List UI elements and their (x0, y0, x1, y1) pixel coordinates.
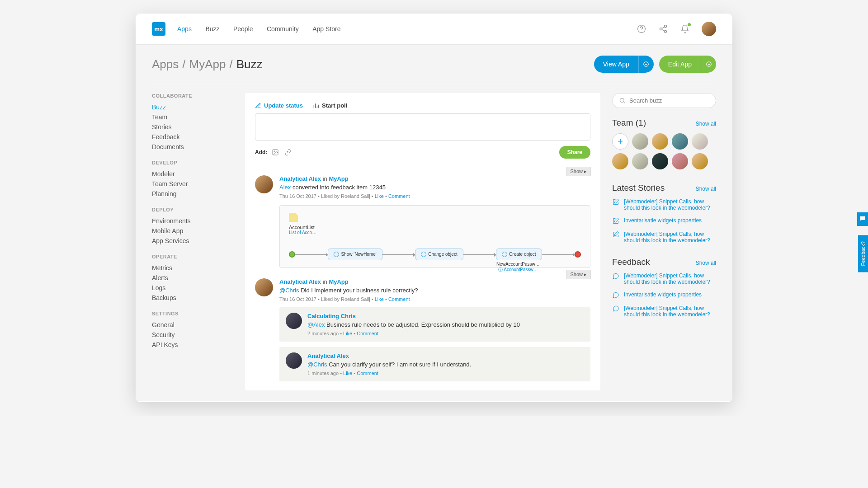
post-author[interactable]: Analytical Alex (279, 278, 321, 285)
comment-avatar[interactable] (286, 352, 302, 369)
feedback-chat-tab[interactable] (857, 212, 868, 226)
start-poll-tab[interactable]: Start poll (313, 102, 347, 109)
microflow-diagram: AccountListList of Acco… Show 'NewHome' … (279, 205, 590, 268)
add-team-member[interactable]: + (612, 133, 628, 150)
show-button[interactable]: Show ▸ (566, 167, 591, 176)
sidebar-item-backups[interactable]: Backups (152, 293, 233, 303)
like-link[interactable]: Like (375, 193, 384, 199)
feedback-showall[interactable]: Show all (696, 260, 716, 266)
team-member[interactable] (632, 153, 648, 169)
team-showall[interactable]: Show all (696, 121, 716, 127)
sidebar-item-logs[interactable]: Logs (152, 283, 233, 293)
comment-link[interactable]: Comment (357, 371, 378, 376)
comment-link[interactable]: Comment (357, 331, 378, 336)
sidebar-item-metrics[interactable]: Metrics (152, 263, 233, 273)
logo[interactable]: mx (152, 22, 165, 36)
post: Show ▸ Analytical Alex in MyApp Alex con… (255, 167, 590, 268)
svg-point-2 (660, 28, 662, 30)
mention[interactable]: @Chris (307, 361, 327, 368)
sidebar-item-planning[interactable]: Planning (152, 189, 233, 199)
team-member[interactable] (632, 133, 648, 150)
comment-link[interactable]: Comment (388, 193, 410, 199)
sidebar-item-app-services[interactable]: App Services (152, 236, 233, 246)
list-item[interactable]: Inventarisatie widgets properties (612, 217, 716, 225)
sidebar-item-team-server[interactable]: Team Server (152, 179, 233, 189)
team-member[interactable] (672, 133, 688, 150)
crumb-app[interactable]: MyApp (189, 57, 226, 71)
crumb-current: Buzz (236, 57, 263, 71)
sidebar-item-buzz[interactable]: Buzz (152, 102, 233, 112)
chat-icon (612, 305, 619, 312)
sidebar-item-feedback[interactable]: Feedback (152, 132, 233, 142)
mention[interactable]: @Chris (279, 287, 299, 294)
mention[interactable]: @Alex (307, 321, 325, 328)
sidebar-item-stories[interactable]: Stories (152, 122, 233, 132)
share-button[interactable]: Share (559, 146, 590, 159)
comment: Analytical Alex @Chris Can you clarify y… (279, 347, 590, 381)
post-avatar[interactable] (255, 175, 273, 193)
main-content: Update status Start poll Add: Share Show… (245, 93, 600, 390)
sidebar-item-team[interactable]: Team (152, 112, 233, 122)
team-member[interactable] (692, 133, 708, 150)
nav-apps[interactable]: Apps (177, 25, 192, 33)
sidebar-item-modeler[interactable]: Modeler (152, 169, 233, 179)
team-member[interactable] (692, 153, 708, 169)
share-icon[interactable] (658, 24, 668, 34)
nav-appstore[interactable]: App Store (312, 25, 340, 33)
comment-author[interactable]: Calculating Chris (307, 313, 356, 319)
sidebar: COLLABORATEBuzzTeamStoriesFeedbackDocume… (152, 93, 233, 390)
stories-showall[interactable]: Show all (696, 186, 716, 192)
sidebar-item-environments[interactable]: Environments (152, 216, 233, 226)
nav-buzz[interactable]: Buzz (205, 25, 219, 33)
comment-avatar[interactable] (286, 313, 302, 329)
post-avatar[interactable] (255, 278, 273, 296)
bell-icon[interactable] (680, 24, 690, 34)
post-app[interactable]: MyApp (329, 278, 348, 285)
image-icon[interactable] (272, 149, 279, 156)
like-link[interactable]: Like (343, 371, 352, 376)
list-item[interactable]: [Webmodeler] Snippet Calls, how should t… (612, 198, 716, 211)
chat-icon (612, 291, 619, 299)
search-box[interactable] (612, 93, 716, 108)
team-member[interactable] (652, 133, 668, 150)
help-icon[interactable] (637, 24, 646, 34)
post-app[interactable]: MyApp (329, 175, 348, 182)
list-item[interactable]: [Webmodeler] Snippet Calls, how should t… (612, 231, 716, 244)
flow-start (289, 251, 295, 258)
comment-link[interactable]: Comment (388, 296, 410, 302)
sidebar-item-documents[interactable]: Documents (152, 142, 233, 152)
sidebar-item-general[interactable]: General (152, 320, 233, 330)
feedback-side-tab[interactable]: Feedback? (858, 235, 868, 272)
view-app-button[interactable]: View App (594, 56, 654, 73)
crumb-apps[interactable]: Apps (152, 57, 179, 71)
team-member[interactable] (672, 153, 688, 169)
flow-node: Show 'NewHome' (328, 249, 382, 260)
list-item[interactable]: Inventarisatie widgets properties (612, 291, 716, 299)
update-status-tab[interactable]: Update status (255, 102, 303, 109)
edit-icon (612, 198, 619, 206)
search-input[interactable] (629, 97, 709, 104)
right-column: Team (1) Show all + (612, 93, 716, 390)
like-link[interactable]: Like (343, 331, 352, 336)
link-icon[interactable] (284, 149, 292, 156)
team-member[interactable] (612, 153, 628, 169)
comment-author[interactable]: Analytical Alex (307, 352, 349, 359)
team-member[interactable] (652, 153, 668, 169)
status-input[interactable] (255, 113, 590, 141)
nav-people[interactable]: People (233, 25, 253, 33)
sidebar-item-security[interactable]: Security (152, 330, 233, 340)
edit-app-button[interactable]: Edit App (659, 56, 716, 73)
sidebar-item-mobile-app[interactable]: Mobile App (152, 226, 233, 236)
chevron-down-icon[interactable] (701, 56, 716, 73)
nav-community[interactable]: Community (267, 25, 299, 33)
post-author[interactable]: Analytical Alex (279, 175, 321, 182)
sidebar-item-alerts[interactable]: Alerts (152, 273, 233, 283)
chevron-down-icon[interactable] (638, 56, 654, 73)
show-button[interactable]: Show ▸ (566, 270, 591, 279)
list-item[interactable]: [Webmodeler] Snippet Calls, how should t… (612, 305, 716, 318)
mention[interactable]: Alex (279, 184, 291, 191)
list-item[interactable]: [Webmodeler] Snippet Calls, how should t… (612, 272, 716, 285)
like-link[interactable]: Like (375, 296, 384, 302)
sidebar-item-api-keys[interactable]: API Keys (152, 340, 233, 350)
user-avatar[interactable] (702, 22, 716, 36)
